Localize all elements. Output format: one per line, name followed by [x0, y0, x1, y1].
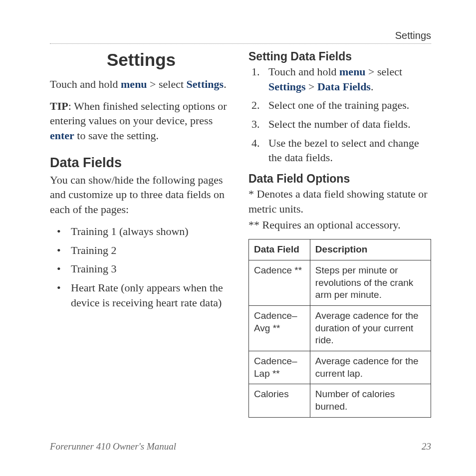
step-item: Select the number of data fields.	[251, 117, 431, 132]
settings-keyword: Settings	[268, 80, 306, 93]
list-item: Training 2	[57, 243, 233, 258]
table-cell-desc: Average cadence for the duration of your…	[310, 305, 431, 351]
intro-paragraph: Touch and hold menu > select Settings.	[50, 77, 233, 92]
step-item: Touch and hold menu > select Settings > …	[251, 64, 431, 94]
table-cell-desc: Steps per minute or revolutions of the c…	[310, 260, 431, 305]
step-item: Select one of the training pages.	[251, 98, 431, 113]
page-title: Settings	[50, 50, 233, 70]
list-item: Heart Rate (only appears when the device…	[57, 280, 233, 310]
table-cell-field: Calories	[249, 384, 310, 417]
left-column: Settings Touch and hold menu > select Se…	[50, 50, 233, 418]
table-row: Cadence ** Steps per minute or revolutio…	[249, 260, 431, 305]
options-note-2: ** Requires an optional accessory.	[248, 218, 431, 233]
table-cell-desc: Number of calories burned.	[310, 384, 431, 417]
menu-keyword: menu	[121, 78, 147, 90]
table-row: Cadence–Avg ** Average cadence for the d…	[249, 305, 431, 351]
setting-data-fields-heading: Setting Data Fields	[248, 50, 431, 63]
page-number: 23	[422, 441, 431, 452]
header-section-label: Settings	[50, 30, 431, 44]
footer-title: Forerunner 410 Owner's Manual	[50, 441, 176, 452]
table-cell-field: Cadence–Avg **	[249, 305, 310, 351]
options-note-1: * Denotes a data field showing statute o…	[248, 187, 431, 216]
table-cell-field: Cadence **	[249, 260, 310, 305]
table-cell-desc: Average cadence for the current lap.	[310, 351, 431, 384]
pages-list: Training 1 (always shown) Training 2 Tra…	[50, 224, 233, 310]
right-column: Setting Data Fields Touch and hold menu …	[248, 50, 431, 418]
table-row: Cadence–Lap ** Average cadence for the c…	[249, 351, 431, 384]
menu-keyword: menu	[339, 65, 366, 78]
enter-keyword: enter	[50, 129, 74, 142]
step-item: Use the bezel to select and change the d…	[251, 136, 431, 165]
data-fields-table: Data Field Description Cadence ** Steps …	[248, 239, 431, 418]
data-fields-heading: Data Fields	[50, 155, 233, 171]
table-cell-field: Cadence–Lap **	[249, 351, 310, 384]
data-fields-intro: You can show/hide the following pages an…	[50, 173, 233, 217]
list-item: Training 3	[57, 261, 233, 276]
settings-keyword: Settings	[187, 78, 224, 90]
table-header: Description	[310, 239, 431, 260]
table-header-row: Data Field Description	[249, 239, 431, 260]
data-fields-keyword: Data Fields	[317, 80, 371, 93]
data-field-options-heading: Data Field Options	[248, 172, 431, 186]
table-header: Data Field	[249, 239, 310, 260]
list-item: Training 1 (always shown)	[57, 224, 233, 239]
table-row: Calories Number of calories burned.	[249, 384, 431, 417]
steps-list: Touch and hold menu > select Settings > …	[248, 64, 431, 165]
tip-paragraph: TIP: When finished selecting options or …	[50, 99, 233, 143]
footer: Forerunner 410 Owner's Manual 23	[50, 441, 431, 452]
tip-label: TIP	[50, 100, 68, 112]
